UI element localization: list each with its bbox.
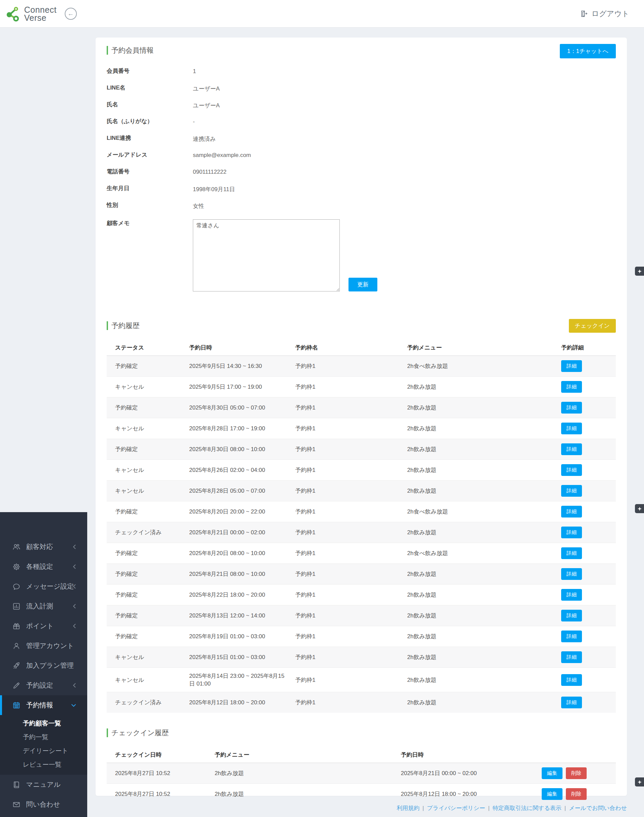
reservation-slot: 予約枠1	[292, 501, 404, 522]
edge-widget-button[interactable]	[635, 777, 644, 786]
edge-widget-button[interactable]	[635, 267, 644, 276]
sidebar-item-contact[interactable]: 問い合わせ	[0, 794, 87, 814]
checkin-history-header: チェックイン履歴	[107, 728, 616, 737]
footer-link[interactable]: メールでお問い合わせ	[569, 805, 627, 811]
delete-button[interactable]: 削除	[566, 788, 587, 800]
detail-button[interactable]: 詳細	[561, 381, 582, 393]
sidebar-subitem-reservation-customers[interactable]: 予約顧客一覧	[0, 716, 87, 730]
checkin-datetime: 2025年8月27日 10:52	[107, 763, 211, 784]
connectverse-logo[interactable]: Connect Verse	[6, 6, 57, 22]
detail-button[interactable]: 詳細	[561, 630, 582, 642]
checkin-header-row: チェックイン日時予約メニュー予約日時	[107, 747, 616, 763]
checkin-menu: 2h飲み放題	[211, 763, 397, 784]
reservation-detail-cell: 詳細	[558, 397, 616, 418]
delete-button[interactable]: 削除	[566, 767, 587, 779]
detail-button[interactable]: 詳細	[561, 610, 582, 621]
detail-button[interactable]: 詳細	[561, 443, 582, 455]
sidebar-item-inflow-tracking[interactable]: 流入計測	[0, 596, 87, 616]
chevron-left-icon	[72, 603, 77, 609]
reservation-history-section: 予約履歴 チェックイン ステータス予約日時予約枠名予約メニュー予約詳細 予約確定…	[107, 321, 616, 713]
checkin-reservation-datetime: 2025年8月12日 18:00 ~ 20:00	[397, 784, 538, 805]
reservation-row: チェックイン済み2025年8月12日 18:00 ~ 20:00予約枠12h飲み…	[107, 692, 616, 713]
detail-button[interactable]: 詳細	[561, 527, 582, 538]
reservation-col-header: ステータス	[107, 340, 186, 356]
edit-button[interactable]: 編集	[542, 767, 563, 779]
reservation-status: 予約確定	[107, 356, 186, 377]
detail-button[interactable]: 詳細	[561, 674, 582, 686]
detail-button[interactable]: 詳細	[561, 697, 582, 708]
reservation-datetime: 2025年9月5日 17:00 ~ 19:00	[186, 377, 292, 397]
footer-link[interactable]: 利用規約	[397, 805, 420, 811]
detail-button[interactable]: 詳細	[561, 485, 582, 497]
reservation-datetime: 2025年8月20日 20:00 ~ 22:00	[186, 501, 292, 522]
reservation-detail-cell: 詳細	[558, 501, 616, 522]
member-field-label: 電話番号	[107, 168, 193, 175]
sidebar-item-manual[interactable]: マニュアル	[0, 775, 87, 794]
memo-row: 顧客メモ 常連さん 更新	[107, 219, 616, 291]
reservation-detail-cell: 詳細	[558, 605, 616, 626]
sidebar-item-reservation-info[interactable]: 予約情報	[0, 695, 87, 715]
reservation-status: 予約確定	[107, 626, 186, 647]
reservation-col-header: 予約枠名	[292, 340, 404, 356]
reservation-slot: 予約枠1	[292, 692, 404, 713]
detail-button[interactable]: 詳細	[561, 589, 582, 601]
detail-button[interactable]: 詳細	[561, 651, 582, 663]
reservation-datetime: 2025年8月14日 23:00 ~ 2025年8月15日 01:00	[186, 668, 292, 692]
sidebar-item-admin-account[interactable]: 管理アカウント	[0, 636, 87, 656]
detail-button[interactable]: 詳細	[561, 464, 582, 476]
reservation-slot: 予約枠1	[292, 585, 404, 605]
sidebar-subitem-daily-sheet[interactable]: デイリーシート	[0, 744, 87, 758]
checkin-table: チェックイン日時予約メニュー予約日時 2025年8月27日 10:522h飲み放…	[107, 747, 616, 804]
reservation-status: キャンセル	[107, 647, 186, 668]
member-field-label: 氏名（ふりがな）	[107, 117, 193, 125]
reservation-status: 予約確定	[107, 564, 186, 585]
member-field-row: 氏名（ふりがな）-	[107, 117, 616, 134]
reservation-datetime: 2025年9月5日 14:30 ~ 16:30	[186, 356, 292, 377]
member-field-value: 1	[193, 67, 196, 75]
reservation-menu: 2h飲み放題	[404, 564, 558, 585]
member-field-value: sample@example.com	[193, 151, 251, 159]
reservation-datetime: 2025年8月19日 01:00 ~ 03:00	[186, 626, 292, 647]
reservation-detail-cell: 詳細	[558, 481, 616, 501]
sidebar-subitem-reservation-list[interactable]: 予約一覧	[0, 730, 87, 744]
edit-button[interactable]: 編集	[542, 788, 563, 800]
member-info-title: 予約会員情報	[111, 46, 153, 55]
sidebar-subitem-review-list[interactable]: レビュー一覧	[0, 758, 87, 771]
reservation-status: 予約確定	[107, 501, 186, 522]
detail-button[interactable]: 詳細	[561, 568, 582, 580]
sidebar-item-label: 流入計測	[26, 602, 53, 611]
section-accent-bar	[107, 321, 108, 330]
reservation-detail-cell: 詳細	[558, 668, 616, 692]
member-field-row: 電話番号09011112222	[107, 168, 616, 184]
one-to-one-chat-button[interactable]: 1：1チャットへ	[560, 44, 616, 58]
footer-link[interactable]: プライバシーポリシー	[427, 805, 485, 811]
detail-button[interactable]: 詳細	[561, 547, 582, 559]
checkin-button[interactable]: チェックイン	[569, 319, 616, 333]
edge-widget-button[interactable]	[635, 504, 644, 513]
back-button[interactable]: ←	[65, 8, 77, 20]
sidebar-item-settings[interactable]: 各種設定	[0, 557, 87, 576]
sidebar-item-customer-support[interactable]: 顧客対応	[0, 537, 87, 557]
chat-icon	[12, 582, 21, 591]
update-button[interactable]: 更新	[348, 278, 377, 291]
sidebar-item-points[interactable]: ポイント	[0, 616, 87, 636]
sidebar: 顧客対応各種設定メッセージ設定流入計測ポイント管理アカウント加入プラン管理予約設…	[0, 512, 87, 817]
detail-button[interactable]: 詳細	[561, 360, 582, 372]
checkin-reservation-datetime: 2025年8月21日 00:00 ~ 02:00	[397, 763, 538, 784]
reservation-slot: 予約枠1	[292, 356, 404, 377]
detail-button[interactable]: 詳細	[561, 402, 582, 414]
memo-textarea[interactable]: 常連さん	[193, 219, 340, 291]
sidebar-item-label: 予約情報	[26, 701, 53, 710]
sidebar-item-message-settings[interactable]: メッセージ設定	[0, 576, 87, 596]
member-field-value: 09011112222	[193, 168, 226, 175]
checkin-history-section: チェックイン履歴 チェックイン日時予約メニュー予約日時 2025年8月27日 1…	[107, 728, 616, 804]
sidebar-item-plan-management[interactable]: 加入プラン管理	[0, 656, 87, 676]
detail-button[interactable]: 詳細	[561, 506, 582, 518]
sidebar-item-reservation-settings[interactable]: 予約設定	[0, 676, 87, 695]
footer-link[interactable]: 特定商取引法に関する表示	[493, 805, 561, 811]
logout-button[interactable]: ログアウト	[580, 9, 629, 19]
detail-button[interactable]: 詳細	[561, 423, 582, 434]
member-info-header: 予約会員情報 1：1チャットへ	[107, 46, 616, 55]
reservation-row: 予約確定2025年8月21日 08:00 ~ 10:00予約枠12h飲み放題詳細	[107, 564, 616, 585]
reservation-table-body: 予約確定2025年9月5日 14:30 ~ 16:30予約枠12h食べ飲み放題詳…	[107, 356, 616, 713]
